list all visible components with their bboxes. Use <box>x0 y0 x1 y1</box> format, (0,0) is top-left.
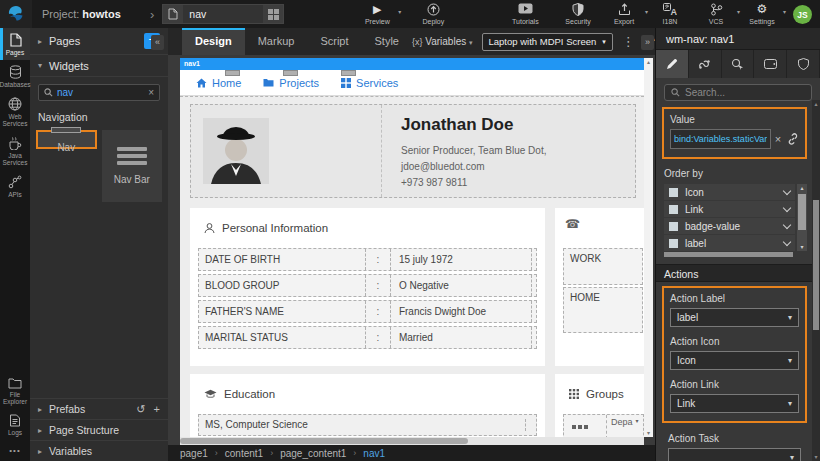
tab-properties-inspect[interactable] <box>722 50 755 78</box>
rail-item-logs[interactable]: Logs <box>0 409 30 440</box>
action-icon-select[interactable]: Icon ▾ <box>670 351 799 370</box>
collapse-right-panel-button[interactable]: » <box>641 35 654 50</box>
tab-markup[interactable]: Markup <box>245 28 308 55</box>
rail-item-java-services[interactable]: Java Services <box>0 131 30 170</box>
widget-search-input[interactable] <box>53 87 148 98</box>
user-avatar[interactable]: JS <box>793 5 812 24</box>
variables-button[interactable]: {x} Variables ▾ <box>412 36 473 47</box>
breadcrumb-nav1[interactable]: nav1 <box>363 448 385 459</box>
properties-scrollbar[interactable]: ▴ ▾ <box>812 100 820 461</box>
tab-properties-security[interactable] <box>787 50 820 78</box>
tab-properties-device[interactable] <box>754 50 787 78</box>
actions-section-header[interactable]: Actions <box>656 264 820 282</box>
device-selector[interactable]: Laptop with MDPI Screen ▾ <box>482 33 613 51</box>
checkbox[interactable] <box>669 222 678 231</box>
breadcrumb-page-content1[interactable]: page_content1 <box>280 448 346 459</box>
orderby-item-badge-value[interactable]: badge-value <box>664 218 795 234</box>
clear-binding-icon[interactable]: × <box>771 133 785 145</box>
widget-handle[interactable] <box>341 70 356 76</box>
table-row[interactable]: DATE OF BIRTH : 15 july 1972 <box>198 248 537 271</box>
orderby-scroll-thumb[interactable] <box>798 194 806 230</box>
tab-properties-edit[interactable] <box>656 50 689 78</box>
chevron-down-icon[interactable] <box>783 220 791 228</box>
rail-item-pages[interactable]: Pages <box>0 28 30 60</box>
orderby-item-label[interactable]: label <box>664 235 795 251</box>
rail-item-apis[interactable]: APIs <box>0 170 30 202</box>
add-prefab-icon[interactable]: + <box>154 403 160 415</box>
refresh-prefabs-icon[interactable]: ↺ <box>136 403 145 416</box>
education-row[interactable]: MS, Computer Science <box>198 414 537 436</box>
chevron-down-icon[interactable] <box>783 237 791 245</box>
checkbox[interactable] <box>669 188 678 197</box>
checkbox[interactable] <box>669 239 678 248</box>
deploy-button[interactable]: Deploy <box>418 3 448 25</box>
clear-search-icon[interactable]: × <box>148 87 154 98</box>
profile-card[interactable]: Jonathan Doe Senior Producer, Team Blue … <box>190 104 636 198</box>
i18n-button[interactable]: A I18N <box>655 3 685 25</box>
breadcrumb-page1[interactable]: page1 <box>180 448 208 459</box>
group-department-cell[interactable]: Depa ▾ <box>606 415 641 437</box>
canvas-vertical-scrollbar[interactable]: ▴ ▾ <box>644 58 653 437</box>
pages-grid-icon[interactable] <box>263 5 283 23</box>
scroll-up-icon[interactable]: ▴ <box>644 58 653 66</box>
value-binding-input[interactable] <box>670 129 771 149</box>
preview-button[interactable]: ▶ Preview ▾ <box>362 3 392 25</box>
tab-style[interactable]: Style <box>362 28 412 55</box>
security-button[interactable]: Security <box>563 3 593 25</box>
contact-row-home[interactable]: HOME <box>563 287 643 333</box>
rail-item-databases[interactable]: Databases <box>0 60 30 92</box>
breadcrumb-content1[interactable]: content1 <box>225 448 263 459</box>
collapse-left-panel-button[interactable]: « <box>151 35 164 50</box>
properties-search-input[interactable] <box>685 87 805 98</box>
table-row[interactable]: BLOOD GROUP : O Negative <box>198 274 537 297</box>
export-button[interactable]: Export ▾ <box>609 3 639 25</box>
pages-section-header[interactable]: ▸ Pages + <box>30 28 168 55</box>
vcs-dropdown-icon[interactable]: ▾ <box>737 8 740 15</box>
hscroll-thumb[interactable] <box>180 438 468 444</box>
contact-row-work[interactable]: WORK <box>563 248 643 285</box>
nav-item-home[interactable]: Home <box>196 77 241 89</box>
preview-dropdown-icon[interactable]: ▾ <box>398 8 401 15</box>
chevron-down-icon[interactable] <box>783 203 791 211</box>
nav-item-projects[interactable]: Projects <box>263 77 319 89</box>
vcs-button[interactable]: VCS ▾ <box>701 3 731 25</box>
page-structure-section-header[interactable]: ▸ Page Structure <box>30 419 168 440</box>
widgets-section-header[interactable]: ▾ Widgets <box>30 55 168 77</box>
table-row[interactable]: MARITAL STATUS : Married <box>198 326 537 349</box>
page-selector[interactable]: nav <box>162 4 284 24</box>
tab-properties-bind[interactable] <box>689 50 722 78</box>
rail-item-web-services[interactable]: Web Services <box>0 92 30 131</box>
wavemaker-logo[interactable] <box>0 0 32 28</box>
variables-section-header[interactable]: ▸ Variables <box>30 440 168 461</box>
settings-button[interactable]: ⚙ Settings ▾ <box>747 3 777 25</box>
properties-scroll-thumb[interactable] <box>813 200 819 330</box>
widget-search-box[interactable]: × <box>38 84 160 101</box>
action-label-select[interactable]: label ▾ <box>670 308 799 327</box>
canvas-page[interactable]: nav1 Home Projects Services <box>180 58 644 437</box>
selected-widget-bar[interactable]: nav1 <box>180 58 644 70</box>
widget-tile-nav[interactable]: Nav <box>36 130 97 149</box>
scroll-down-icon[interactable]: ▾ <box>644 429 653 437</box>
settings-dropdown-icon[interactable]: ▾ <box>783 8 786 15</box>
orderby-item-link[interactable]: Link <box>664 201 795 217</box>
table-row[interactable]: FATHER'S NAME : Francis Dwight Doe <box>198 300 537 323</box>
widget-handle[interactable] <box>283 70 298 76</box>
rail-item-file-explorer[interactable]: File Explorer <box>0 372 30 409</box>
prefabs-section-header[interactable]: ▸ Prefabs ↺ + <box>30 398 168 419</box>
more-actions-icon[interactable]: ⋮ <box>622 35 635 48</box>
bind-link-icon[interactable] <box>787 133 799 145</box>
orderby-item-icon[interactable]: Icon <box>664 184 795 200</box>
orderby-scrollbar[interactable]: ▴ ▾ <box>797 184 807 251</box>
widget-handle[interactable] <box>225 70 240 76</box>
tab-design[interactable]: Design <box>182 28 245 55</box>
action-link-select[interactable]: Link ▾ <box>670 394 799 413</box>
checkbox[interactable] <box>669 205 678 214</box>
nav-item-services[interactable]: Services <box>341 77 398 89</box>
tutorials-button[interactable]: Tutorials <box>510 3 540 25</box>
properties-search-box[interactable] <box>664 84 812 101</box>
export-dropdown-icon[interactable]: ▾ <box>645 8 648 15</box>
chevron-down-icon[interactable] <box>783 186 791 194</box>
tab-script[interactable]: Script <box>307 28 361 55</box>
groups-row[interactable]: Depa ▾ <box>563 414 644 437</box>
more-options-icon[interactable]: ••• <box>0 440 30 461</box>
